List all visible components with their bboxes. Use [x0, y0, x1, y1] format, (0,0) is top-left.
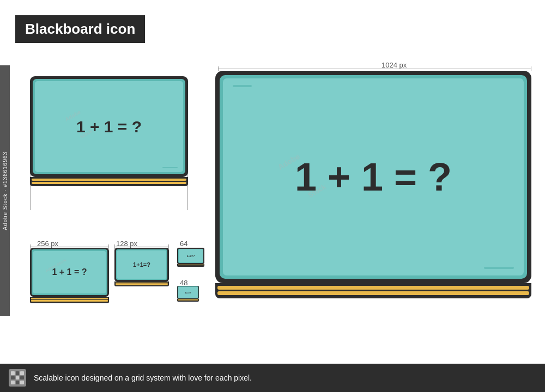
- grid-cell: [11, 381, 15, 384]
- stock-label: Adobe Stock · #136616963: [2, 151, 8, 230]
- dim-line-1024: [218, 69, 531, 69]
- equation-48: 1+1=?: [185, 291, 191, 294]
- grid-cell: [20, 371, 24, 375]
- dim-tick-right-1024: [531, 66, 531, 71]
- equation-medium: 1 + 1 = ?: [76, 118, 142, 136]
- equation-64: 1+1=?: [187, 254, 195, 258]
- equation-128: 1+1=?: [133, 261, 150, 268]
- blackboard-icon-48: 1+1=?: [177, 286, 199, 302]
- page-title: Blackboard icon: [25, 21, 135, 37]
- grid-cell: [20, 376, 24, 380]
- blackboard-icon-256: 1 + 1 = ? Adobe Stock: [30, 248, 109, 307]
- equation-large: 1 + 1 = ?: [295, 155, 452, 199]
- title-bar: Blackboard icon: [15, 15, 145, 43]
- dim-line-256: [30, 247, 109, 247]
- dim-tick-left-1024: [218, 66, 219, 71]
- dim-label-1024: 1024 px: [382, 61, 407, 69]
- blackboard-icon-128: 1+1=?: [114, 248, 169, 289]
- grid-cell: [16, 381, 20, 384]
- blackboard-icon-64: 1+1=?: [177, 248, 204, 268]
- blackboard-icon-1024: 1 + 1 = ? Adobe Stock: [215, 71, 531, 305]
- bottom-bar: Scalable icon designed on a grid system …: [0, 364, 545, 392]
- dim-line-128: [114, 247, 169, 247]
- grid-cell: [16, 371, 20, 375]
- stock-sidebar: Adobe Stock · #136616963: [0, 65, 10, 316]
- grid-cell: [11, 376, 15, 380]
- grid-cell: [11, 371, 15, 375]
- blackboard-icon-512: 1 + 1 = ? Adobe Stock: [30, 76, 188, 191]
- dim-label-64: 64: [180, 240, 187, 248]
- grid-cell: [20, 381, 24, 384]
- grid-icon: [9, 369, 26, 387]
- grid-cell: [16, 376, 20, 380]
- equation-256: 1 + 1 = ?: [52, 267, 87, 277]
- bottom-tagline: Scalable icon designed on a grid system …: [34, 373, 252, 382]
